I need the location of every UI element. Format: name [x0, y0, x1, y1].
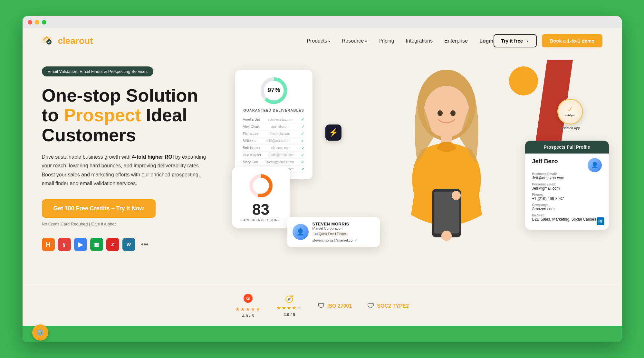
card-confidence: 83 CONFIDENCE SCORE: [232, 167, 290, 228]
flash-icon: ⚡: [325, 124, 341, 141]
email-row: Mary CooTrading@email.com✓: [243, 159, 305, 166]
g2-logo: G: [244, 294, 253, 305]
profile-interest: Inetrest: B2B Sales, Marketing, Social C…: [532, 214, 602, 222]
profile-company: Company: Amazon.com: [532, 203, 602, 211]
deliverables-email-list: Amelia Setsolutionisday.com✓ Alex Charta…: [243, 116, 305, 173]
email-row: Bob Naplernfinance.com✓: [243, 144, 305, 152]
shield-icon-soc2: 🛡: [367, 302, 374, 310]
nav-link-products[interactable]: Products: [307, 38, 330, 44]
hero-badge: Email Validation, Email Finder & Prospec…: [42, 66, 153, 76]
email-row: Amelia Setsolutionisday.com✓: [243, 116, 305, 123]
person-email: steven.morris@marvel.co ✓: [312, 238, 358, 243]
svg-point-15: [452, 191, 461, 200]
logo-text: clearout: [58, 36, 93, 46]
card-deliverables: 97% GUARANTEED DELIVERABLES Amelia Setso…: [235, 70, 312, 179]
capterra-stars: ★★★★★: [276, 305, 302, 311]
email-row: Alex Chartagentify.com✓: [243, 123, 305, 130]
woman-svg: [369, 60, 524, 292]
cert-soc2: 🛡 SOC2 TYPE2: [367, 302, 409, 310]
nav-item-integrations[interactable]: Integrations: [406, 38, 433, 44]
woman-figure: [369, 60, 524, 293]
confidence-score: 83: [239, 201, 283, 218]
svg-rect-13: [434, 192, 459, 234]
svg-point-8: [424, 86, 469, 137]
email-row: Fiona Leefinn.india.com✓: [243, 130, 305, 137]
svg-rect-11: [441, 136, 452, 149]
svg-point-9: [437, 110, 443, 116]
svg-point-14: [441, 231, 452, 241]
page: clearout Products Resource Pricing Integ…: [23, 28, 622, 326]
hero-section: Email Validation, Email Finder & Prospec…: [23, 54, 622, 286]
nav-item-login[interactable]: Login: [479, 38, 494, 44]
person-badge: ✉ Quick Email Finder: [312, 232, 349, 236]
nav-link-enterprise[interactable]: Enterprise: [444, 38, 468, 44]
nav-link-resource[interactable]: Resource: [342, 38, 367, 44]
integration-ruby[interactable]: §: [58, 238, 71, 251]
svg-rect-12: [432, 189, 461, 237]
nav-link-login[interactable]: Login: [479, 38, 494, 44]
rating-block-capterra: 🧭 ★★★★★ 4.9 / 5: [276, 295, 302, 317]
integration-wordpress[interactable]: W: [122, 238, 135, 251]
capterra-logo: 🧭: [285, 295, 293, 303]
logo-icon: [42, 34, 55, 48]
integrations-row: H § ▶ ▦ Z W •••: [42, 238, 229, 251]
profile-avatar: 👤: [588, 158, 602, 172]
person-name: STEVEN MORRIS: [312, 222, 358, 226]
cta-button[interactable]: Get 100 Free Credits – Try It Now: [42, 199, 156, 218]
footer-bottom: ⚙️: [23, 326, 622, 342]
traffic-light-green[interactable]: [42, 20, 46, 25]
integration-googlesheets[interactable]: ▦: [90, 238, 103, 251]
hero-left: Email Validation, Email Finder & Prospec…: [42, 60, 229, 286]
cert-soc2-label: SOC2 TYPE2: [377, 303, 409, 309]
profile-name: Jeff Bezo: [532, 158, 585, 165]
demo-button[interactable]: Book a 1-to-1 demo: [542, 34, 602, 47]
traffic-light-red[interactable]: [28, 20, 32, 25]
email-row: Millicentmilli@mace.com✓: [243, 137, 305, 144]
navbar: clearout Products Resource Pricing Integ…: [23, 28, 622, 54]
nav-item-pricing[interactable]: Pricing: [379, 38, 394, 44]
card-person: 👤 STEVEN MORRIS Marvel Corporation ✉ Qui…: [287, 217, 380, 247]
browser-chrome: [23, 16, 622, 28]
g2-stars: ★★★★★: [235, 306, 261, 312]
deliverables-donut: 97%: [259, 76, 288, 105]
hubspot-certified-label: Certified App: [557, 126, 583, 130]
profile-personal-email: Personal Email: Jeff@gmail.com: [532, 183, 602, 191]
profile-header: Prospects Full Profile: [525, 141, 609, 154]
hero-title: One-stop Solution to Prospect Ideal Cust…: [42, 85, 229, 145]
nav-link-integrations[interactable]: Integrations: [406, 38, 433, 44]
cta-note: No Credit Card Required | Give it a shot: [42, 222, 229, 226]
rating-block-g2: G ★★★★★ 4.9 / 5: [235, 294, 261, 318]
nav-item-enterprise[interactable]: Enterprise: [444, 38, 468, 44]
confidence-label: CONFIDENCE SCORE: [239, 218, 283, 222]
svg-point-7: [418, 70, 476, 141]
deliverables-label: GUARANTEED DELIVERABLES: [243, 108, 305, 112]
linkedin-icon[interactable]: in: [597, 217, 604, 225]
integration-more[interactable]: •••: [139, 238, 151, 251]
confidence-donut: [248, 173, 274, 199]
integration-zapier[interactable]: Z: [106, 238, 119, 251]
person-avatar: 👤: [293, 224, 309, 240]
svg-point-10: [450, 110, 456, 116]
hubspot-name: HubSpot: [565, 114, 575, 117]
hero-right: ⚡ 97% GUARANTEED DELIVERABLES Amelia Set…: [229, 60, 602, 286]
shape-yellow-circle: [509, 66, 538, 95]
integration-hubspot[interactable]: H: [42, 238, 55, 251]
person-info: STEVEN MORRIS Marvel Corporation ✉ Quick…: [312, 222, 358, 243]
logo[interactable]: clearout: [42, 34, 93, 48]
integration-activecampaign[interactable]: ▶: [74, 238, 87, 251]
svg-text:G: G: [246, 296, 250, 301]
cert-iso: 🛡 ISO 27001: [318, 302, 352, 310]
try-free-button[interactable]: Try it free →: [494, 34, 537, 47]
email-row: Hua Klaplerstudia@email.com✓: [243, 152, 305, 159]
person-company: Marvel Corporation: [312, 226, 358, 230]
bottom-badge: ⚙️: [32, 324, 48, 341]
hubspot-badge: ✓ HubSpot Certified App: [557, 99, 583, 130]
nav-item-resource[interactable]: Resource: [342, 38, 367, 44]
cert-iso-label: ISO 27001: [327, 303, 352, 309]
nav-link-pricing[interactable]: Pricing: [379, 38, 394, 44]
svg-point-1: [46, 39, 52, 45]
browser-window: clearout Products Resource Pricing Integ…: [23, 16, 622, 342]
hero-description: Drive sustainable business growth with 4…: [42, 153, 209, 188]
traffic-light-yellow[interactable]: [35, 20, 39, 25]
nav-item-products[interactable]: Products: [307, 38, 330, 44]
